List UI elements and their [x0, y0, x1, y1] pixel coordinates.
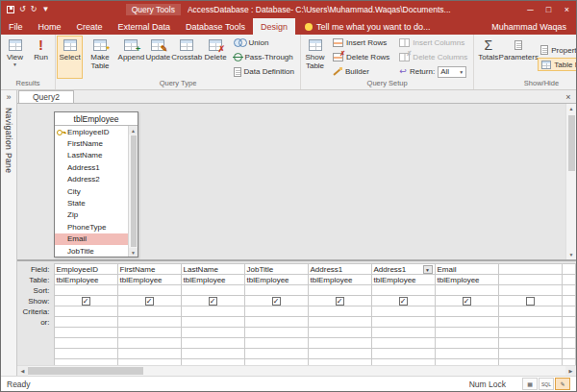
grid-cell-show[interactable] [117, 296, 181, 306]
grid-cell-sort[interactable] [371, 285, 435, 296]
minimize-button[interactable]: ─ [521, 1, 539, 18]
close-object-icon[interactable]: × [561, 90, 576, 103]
grid-cell-criteria[interactable] [435, 306, 498, 317]
grid-cell[interactable] [244, 349, 308, 359]
make-table-button[interactable]: * Make Table [83, 36, 117, 79]
grid-cell[interactable] [308, 349, 371, 359]
show-checkbox[interactable] [82, 297, 90, 306]
field-item[interactable]: PhoneType [55, 221, 128, 233]
grid-cell-or[interactable] [181, 317, 244, 328]
field-item[interactable]: Address2 [55, 174, 128, 185]
grid-cell-sort[interactable] [181, 285, 244, 296]
field-item[interactable]: FirstName [55, 137, 128, 149]
grid-cell-sort[interactable] [435, 285, 498, 296]
show-table-button[interactable]: Show Table [302, 36, 328, 79]
grid-cell-field[interactable] [562, 264, 576, 275]
grid-cell[interactable] [435, 338, 498, 349]
grid-cell[interactable] [54, 328, 117, 338]
scroll-up-icon[interactable]: ▲ [569, 104, 574, 113]
parameters-button[interactable]: Parameters [501, 36, 536, 79]
scroll-down-icon[interactable]: ▼ [129, 248, 138, 257]
chevron-down-icon[interactable]: ▼ [423, 265, 433, 274]
grid-cell[interactable] [54, 338, 117, 349]
tab-design[interactable]: Design [253, 18, 295, 35]
grid-cell-field[interactable]: Email [435, 264, 498, 275]
show-checkbox[interactable] [463, 297, 471, 306]
update-button[interactable]: ✎ Update [145, 36, 171, 79]
grid-cell-field[interactable]: LastName [181, 264, 244, 275]
field-item[interactable]: Address1 [55, 161, 128, 173]
grid-cell[interactable] [435, 349, 498, 359]
field-item[interactable]: LastName [55, 150, 128, 161]
grid-cell-criteria[interactable] [181, 306, 244, 317]
show-checkbox[interactable] [336, 297, 344, 306]
field-item[interactable]: EmployeeID [55, 126, 128, 137]
view-button[interactable]: View ▼ [2, 36, 28, 79]
select-query-button[interactable]: Select [57, 36, 83, 79]
grid-cell[interactable] [181, 328, 244, 338]
totals-button[interactable]: Σ Totals [475, 36, 501, 79]
grid-cell-table[interactable]: tblEmployee [435, 275, 498, 285]
grid-cell[interactable] [498, 338, 562, 349]
tab-home[interactable]: Home [31, 18, 69, 35]
field-item[interactable]: City [55, 185, 128, 197]
grid-cell-criteria[interactable] [244, 306, 308, 317]
grid-cell[interactable] [308, 328, 371, 338]
datasheet-view-button[interactable]: ▦ [522, 378, 538, 390]
grid-cell-show[interactable] [371, 296, 435, 306]
scrollbar-thumb[interactable] [28, 367, 143, 375]
grid-cell[interactable] [562, 338, 576, 349]
grid-cell[interactable] [498, 328, 562, 338]
grid-cell-show[interactable] [562, 296, 576, 306]
upper-pane-scrollbar[interactable]: ▲ ▼ [565, 104, 576, 259]
undo-icon[interactable]: ↺ [19, 6, 26, 13]
grid-cell[interactable] [371, 328, 435, 338]
grid-cell-criteria[interactable] [562, 306, 576, 317]
grid-cell[interactable] [308, 338, 371, 349]
grid-cell-show[interactable] [435, 296, 498, 306]
grid-cell-show[interactable] [308, 296, 371, 306]
grid-cell-table[interactable]: tblEmployee [308, 275, 371, 285]
scroll-right-icon[interactable]: ▶ [565, 366, 576, 376]
table-names-button[interactable]: Table Names [538, 58, 576, 71]
tab-create[interactable]: Create [69, 18, 111, 35]
data-definition-button[interactable]: Data Definition [231, 65, 297, 79]
crosstab-button[interactable]: Crosstab [171, 36, 203, 79]
grid-cell-table[interactable]: tblEmployee [54, 275, 117, 285]
grid-cell-or[interactable] [117, 317, 181, 328]
field-list-scrollbar[interactable]: ▲ ▼ [128, 126, 138, 257]
delete-query-button[interactable]: ✗ Delete [203, 36, 229, 79]
grid-cell-show[interactable] [244, 296, 308, 306]
builder-button[interactable]: Builder [330, 65, 392, 79]
sql-view-button[interactable]: SQL [539, 378, 554, 390]
grid-cell-field-active[interactable]: Address1 ▼ [371, 264, 435, 275]
scroll-up-icon[interactable]: ▲ [129, 126, 138, 135]
grid-cell[interactable] [117, 349, 181, 359]
show-checkbox[interactable] [209, 297, 217, 306]
grid-cell-sort[interactable] [498, 285, 562, 296]
grid-cell-table[interactable]: tblEmployee [117, 275, 181, 285]
qat-customize-icon[interactable]: ▼ [41, 6, 49, 13]
grid-cell-or[interactable] [54, 317, 117, 328]
field-item[interactable]: JobTitle [55, 245, 128, 257]
grid-cell-sort[interactable] [117, 285, 181, 296]
grid-cell[interactable] [117, 328, 181, 338]
tell-me-box[interactable]: Tell me what you want to do... [295, 18, 440, 35]
grid-cell-or[interactable] [244, 317, 308, 328]
grid-cell[interactable] [244, 328, 308, 338]
pass-through-button[interactable]: Pass-Through [231, 51, 297, 64]
show-checkbox[interactable] [272, 297, 281, 306]
grid-cell-sort[interactable] [54, 285, 117, 296]
grid-cell[interactable] [181, 338, 244, 349]
grid-cell[interactable] [371, 349, 435, 359]
grid-cell-table[interactable]: tblEmployee [371, 275, 435, 285]
tab-file[interactable]: File [1, 18, 31, 35]
grid-cell-or[interactable] [371, 317, 435, 328]
grid-cell-field[interactable]: FirstName [117, 264, 181, 275]
grid-cell-table[interactable]: tblEmployee [181, 275, 244, 285]
grid-cell[interactable] [562, 328, 576, 338]
grid-cell-table[interactable] [498, 275, 562, 285]
grid-cell-field[interactable]: Address1 [308, 264, 371, 275]
grid-cell-or[interactable] [435, 317, 498, 328]
grid-cell-show[interactable] [54, 296, 117, 306]
